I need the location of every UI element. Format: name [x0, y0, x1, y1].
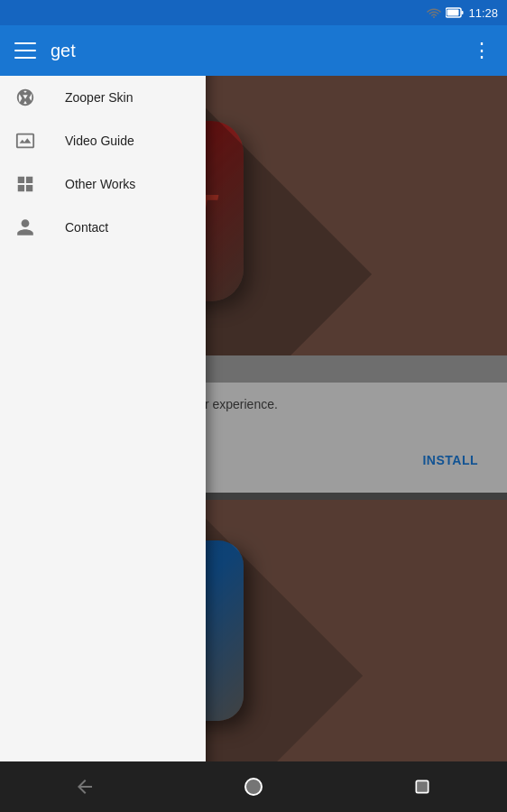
- bottom-nav-bar: [0, 761, 507, 812]
- status-time: 11:28: [468, 6, 498, 20]
- drawer-item-contact[interactable]: Contact: [0, 206, 206, 249]
- svg-point-0: [433, 16, 435, 18]
- back-button[interactable]: [58, 761, 112, 812]
- wifi-icon: [427, 7, 441, 18]
- recents-button[interactable]: [395, 761, 449, 812]
- app-title: get: [51, 41, 472, 61]
- svg-rect-2: [462, 11, 464, 14]
- svg-rect-3: [447, 10, 459, 16]
- settings-icon: [14, 87, 36, 108]
- hamburger-icon[interactable]: [14, 42, 36, 59]
- status-icons: 11:28: [427, 6, 498, 20]
- image-icon: [14, 130, 36, 152]
- drawer-item-other-works[interactable]: Other Works: [0, 162, 206, 206]
- battery-icon: [446, 7, 464, 18]
- app-bar: get ⋮: [0, 25, 507, 76]
- drawer-video-guide-label: Video Guide: [65, 134, 134, 148]
- drawer-item-video-guide[interactable]: Video Guide: [0, 119, 206, 162]
- drawer-item-zooper-skin[interactable]: Zooper Skin: [0, 76, 206, 119]
- grid-icon: [14, 173, 36, 195]
- drawer-contact-label: Contact: [65, 220, 108, 235]
- drawer-other-works-label: Other Works: [65, 177, 135, 191]
- more-menu-icon[interactable]: ⋮: [472, 39, 493, 62]
- status-bar: 11:28: [0, 0, 507, 25]
- home-button[interactable]: [226, 761, 281, 812]
- drawer-zooper-skin-label: Zooper Skin: [65, 90, 133, 105]
- person-icon: [14, 217, 36, 238]
- nav-drawer: Zooper Skin Video Guide Other Works Cont…: [0, 0, 206, 812]
- svg-rect-5: [417, 780, 429, 792]
- svg-point-4: [245, 779, 262, 795]
